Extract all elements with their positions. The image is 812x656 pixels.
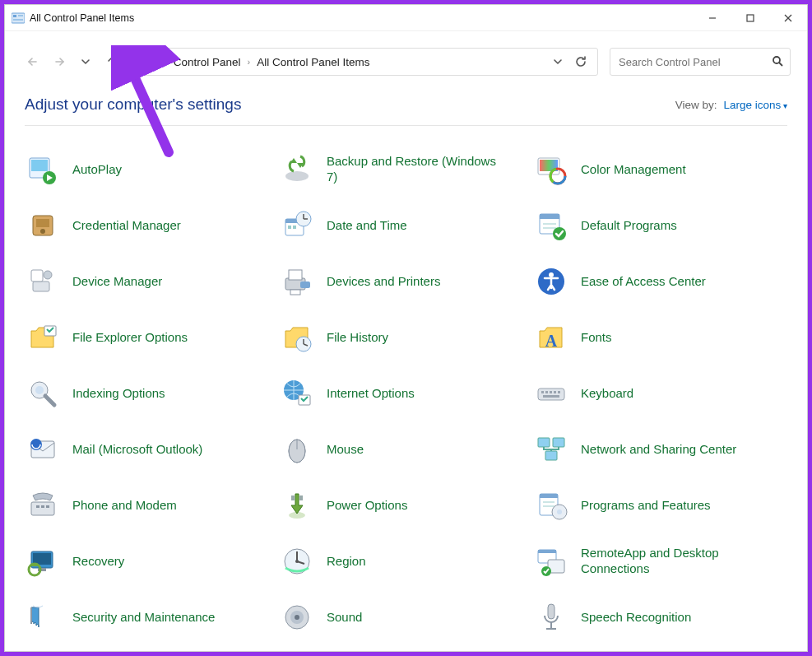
cp-item-label[interactable]: Phone and Modem — [72, 498, 177, 514]
cp-item-ease-of-access[interactable]: Ease of Access Center — [533, 263, 787, 300]
svg-point-28 — [40, 229, 45, 234]
cp-item-sound[interactable]: Sound — [279, 598, 533, 636]
sound-icon — [279, 599, 315, 635]
cp-item-network-sharing[interactable]: Network and Sharing Center — [533, 430, 787, 468]
search-icon — [772, 55, 783, 69]
cp-item-mouse[interactable]: Mouse — [279, 430, 533, 468]
cp-item-label[interactable]: Indexing Options — [72, 386, 165, 402]
cp-item-label[interactable]: Sound — [327, 610, 362, 626]
svg-rect-45 — [289, 270, 302, 280]
close-button[interactable] — [769, 5, 807, 31]
svg-rect-66 — [543, 395, 559, 398]
svg-line-15 — [779, 63, 782, 66]
cp-item-remoteapp[interactable]: RemoteApp and Desktop Connections — [533, 542, 787, 580]
cp-item-region[interactable]: Region — [279, 542, 533, 580]
viewby-label: View by: — [675, 99, 717, 111]
svg-rect-47 — [300, 281, 310, 288]
cp-item-devices-printers[interactable]: Devices and Printers — [279, 263, 533, 300]
default-programs-icon — [533, 207, 569, 244]
titlebar: All Control Panel Items — [5, 5, 807, 31]
page-title: Adjust your computer's settings — [25, 95, 241, 114]
cp-item-speech-recognition[interactable]: Speech Recognition — [533, 598, 787, 636]
color-management-icon — [533, 151, 569, 188]
minimize-button[interactable] — [694, 5, 731, 31]
cp-item-label[interactable]: Internet Options — [327, 386, 415, 402]
cp-item-label[interactable]: Backup and Restore (Windows 7) — [327, 154, 508, 185]
cp-item-internet-options[interactable]: Internet Options — [279, 375, 533, 412]
cp-item-fonts[interactable]: AFonts — [533, 319, 787, 356]
breadcrumb-current[interactable]: All Control Panel Items — [252, 53, 374, 72]
cp-item-recovery[interactable]: Recovery — [25, 542, 279, 580]
cp-item-phone-modem[interactable]: Phone and Modem — [25, 486, 279, 524]
cp-item-file-history[interactable]: File History — [279, 319, 533, 356]
svg-rect-74 — [545, 451, 557, 460]
cp-item-autoplay[interactable]: AutoPlay — [25, 151, 279, 188]
nav-recent-dropdown[interactable] — [74, 50, 97, 73]
cp-item-color-management[interactable]: Color Management — [533, 151, 787, 188]
svg-rect-5 — [747, 15, 754, 21]
cp-item-label[interactable]: File Explorer Options — [72, 330, 188, 346]
cp-item-label[interactable]: Devices and Printers — [327, 274, 440, 290]
search-box[interactable] — [610, 48, 791, 76]
programs-features-icon — [533, 487, 569, 523]
cp-item-file-explorer-opts[interactable]: File Explorer Options — [25, 319, 279, 356]
cp-item-programs-features[interactable]: Programs and Features — [533, 486, 787, 524]
file-history-icon — [279, 319, 315, 356]
cp-item-label[interactable]: Device Manager — [72, 274, 162, 290]
cp-item-label[interactable]: Network and Sharing Center — [581, 442, 736, 458]
cp-item-label[interactable]: Keyboard — [581, 386, 633, 402]
cp-item-label[interactable]: Default Programs — [581, 218, 677, 234]
cp-item-label[interactable]: Security and Maintenance — [72, 610, 215, 626]
maximize-button[interactable] — [731, 5, 769, 31]
cp-item-label[interactable]: RemoteApp and Desktop Connections — [581, 546, 762, 577]
nav-forward-button[interactable] — [48, 50, 71, 73]
cp-item-label[interactable]: Color Management — [581, 162, 686, 178]
svg-rect-37 — [540, 214, 559, 219]
svg-rect-11 — [142, 56, 157, 67]
cp-item-device-manager[interactable]: Device Manager — [25, 263, 279, 300]
window-title: All Control Panel Items — [30, 12, 134, 24]
cp-item-label[interactable]: Speech Recognition — [581, 610, 691, 626]
svg-point-56 — [35, 386, 44, 394]
cp-item-backup-restore[interactable]: Backup and Restore (Windows 7) — [279, 151, 533, 188]
nav-up-button[interactable] — [100, 50, 123, 73]
cp-item-indexing-options[interactable]: Indexing Options — [25, 375, 279, 412]
cp-item-security-maint[interactable]: Security and Maintenance — [25, 598, 279, 636]
address-dropdown[interactable] — [546, 50, 569, 73]
cp-item-label[interactable]: Power Options — [327, 498, 407, 514]
search-input[interactable] — [617, 55, 772, 69]
svg-rect-17 — [31, 160, 48, 171]
viewby-dropdown[interactable]: Large icons — [723, 99, 787, 111]
cp-item-label[interactable]: Recovery — [72, 554, 124, 570]
cp-item-label[interactable]: Region — [327, 554, 366, 570]
content-scroll[interactable]: AutoPlayBackup and Restore (Windows 7)Co… — [5, 126, 807, 651]
cp-item-label[interactable]: Programs and Features — [581, 498, 711, 514]
cp-item-label[interactable]: Date and Time — [327, 218, 407, 234]
cp-item-power-options[interactable]: Power Options — [279, 486, 533, 524]
svg-rect-63 — [550, 391, 552, 393]
svg-rect-78 — [46, 505, 49, 508]
cp-item-label[interactable]: Mail (Microsoft Outlook) — [72, 442, 202, 458]
cp-item-default-programs[interactable]: Default Programs — [533, 207, 787, 244]
refresh-button[interactable] — [569, 50, 592, 73]
svg-rect-98 — [538, 550, 556, 553]
cp-item-mail-outlook[interactable]: Mail (Microsoft Outlook) — [25, 430, 279, 468]
cp-item-label[interactable]: Mouse — [327, 442, 364, 458]
address-bar[interactable]: › Control Panel › All Control Panel Item… — [135, 48, 598, 76]
nav-back-button[interactable] — [21, 50, 44, 73]
svg-rect-80 — [291, 495, 295, 500]
svg-rect-77 — [41, 505, 44, 508]
devices-printers-icon — [279, 263, 315, 300]
cp-item-keyboard[interactable]: Keyboard — [533, 375, 787, 412]
cp-item-date-time[interactable]: Date and Time — [279, 207, 533, 244]
device-manager-icon — [25, 263, 61, 300]
content-header: Adjust your computer's settings View by:… — [5, 87, 807, 125]
cp-item-label[interactable]: Fonts — [581, 330, 612, 346]
cp-item-label[interactable]: AutoPlay — [72, 162, 122, 178]
cp-item-credential-manager[interactable]: Credential Manager — [25, 207, 279, 244]
breadcrumb-root[interactable]: Control Panel — [169, 53, 246, 72]
cp-item-label[interactable]: File History — [327, 330, 388, 346]
cp-item-label[interactable]: Credential Manager — [72, 218, 181, 234]
svg-rect-0 — [12, 13, 25, 23]
cp-item-label[interactable]: Ease of Access Center — [581, 274, 706, 290]
